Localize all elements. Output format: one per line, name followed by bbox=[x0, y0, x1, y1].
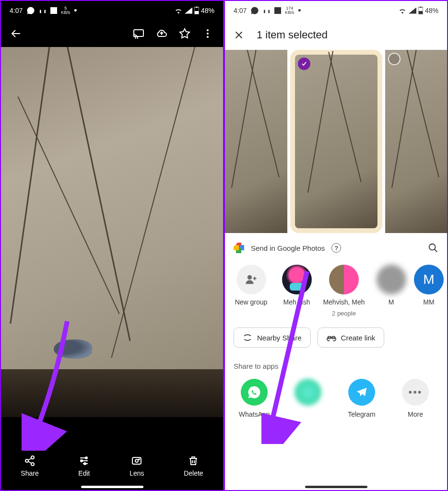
more-icon[interactable] bbox=[198, 24, 217, 43]
dot-icon: • bbox=[74, 9, 77, 12]
new-group-icon bbox=[236, 265, 266, 294]
svg-point-13 bbox=[85, 457, 87, 459]
status-bar: 4:07 5KB/s • 48% bbox=[1, 1, 223, 20]
send-in-photos-label: Send in Google Photos bbox=[251, 244, 325, 252]
unselected-check-icon[interactable] bbox=[388, 53, 401, 65]
telegram-app-icon bbox=[348, 379, 375, 406]
selected-check-icon[interactable] bbox=[298, 58, 310, 70]
whatsapp-icon bbox=[250, 6, 259, 15]
avatar bbox=[329, 265, 359, 294]
svg-point-12 bbox=[31, 463, 34, 466]
wifi-icon bbox=[174, 7, 183, 14]
status-time: 4:07 bbox=[234, 7, 247, 14]
home-indicator[interactable] bbox=[305, 486, 367, 488]
status-time: 4:07 bbox=[10, 7, 23, 14]
battery-icon bbox=[418, 7, 423, 14]
avatar bbox=[377, 265, 406, 294]
nearby-share-button[interactable]: Nearby Share bbox=[234, 327, 311, 348]
photo-top-bar bbox=[1, 20, 223, 47]
apps-row: WhatsApp Telegram ••• More bbox=[234, 379, 438, 418]
favorite-icon[interactable] bbox=[175, 24, 194, 43]
svg-rect-21 bbox=[274, 7, 281, 14]
status-bar: 4:07 174KB/s • 48% bbox=[225, 1, 447, 20]
photo-content[interactable] bbox=[1, 47, 223, 417]
avatar: M bbox=[414, 265, 444, 294]
share-chips: Nearby Share Create link bbox=[234, 322, 438, 359]
svg-point-26 bbox=[247, 275, 251, 280]
svg-point-8 bbox=[207, 33, 209, 35]
svg-rect-16 bbox=[132, 457, 141, 464]
photo-thumbnails bbox=[225, 50, 447, 233]
close-icon[interactable] bbox=[234, 30, 244, 40]
more-apps-icon: ••• bbox=[402, 379, 429, 406]
app-whatsapp[interactable]: WhatsApp bbox=[234, 379, 275, 418]
thumbnail-prev[interactable] bbox=[225, 50, 287, 233]
lens-icon bbox=[131, 455, 142, 467]
contacts-row: New group Meh vish Mehvish, Meh 2 people… bbox=[234, 253, 438, 322]
home-indicator[interactable] bbox=[81, 486, 143, 488]
svg-rect-6 bbox=[134, 30, 143, 36]
thumbnail-next[interactable] bbox=[385, 50, 447, 233]
avatar bbox=[282, 265, 312, 294]
svg-point-10 bbox=[31, 456, 34, 459]
svg-rect-24 bbox=[419, 11, 423, 14]
photo-action-bar: Share Edit Lens Delete bbox=[1, 447, 223, 485]
battery-percent: 48% bbox=[201, 7, 214, 14]
selection-header: 1 item selected bbox=[225, 20, 447, 50]
svg-rect-0 bbox=[40, 10, 41, 13]
app-more[interactable]: ••• More bbox=[395, 379, 436, 418]
lens-button[interactable]: Lens bbox=[130, 455, 144, 477]
phone-share-sheet: 4:07 174KB/s • 48% 1 item selected Sen bbox=[224, 0, 448, 491]
whatsapp-app-icon bbox=[241, 379, 268, 406]
wifi-icon bbox=[398, 7, 407, 14]
svg-point-14 bbox=[81, 460, 83, 462]
share-icon bbox=[24, 455, 35, 467]
contact-item[interactable]: M bbox=[374, 265, 409, 317]
svg-point-25 bbox=[429, 244, 436, 250]
contact-new-group[interactable]: New group bbox=[234, 265, 269, 317]
square-icon bbox=[50, 7, 57, 14]
svg-point-18 bbox=[139, 459, 140, 460]
back-button[interactable] bbox=[7, 24, 26, 43]
contact-item[interactable]: Meh vish bbox=[279, 265, 314, 317]
battery-icon bbox=[194, 7, 199, 14]
blurred-app-icon bbox=[295, 379, 321, 406]
app-blurred[interactable] bbox=[287, 379, 329, 418]
edit-button[interactable]: Edit bbox=[78, 455, 90, 477]
link-icon bbox=[327, 333, 336, 342]
nearby-icon bbox=[243, 333, 252, 342]
share-header: Send in Google Photos ? bbox=[234, 243, 438, 253]
svg-point-17 bbox=[135, 459, 138, 462]
svg-point-15 bbox=[84, 463, 86, 465]
search-icon[interactable] bbox=[428, 243, 438, 253]
whatsapp-icon bbox=[26, 6, 35, 15]
create-link-button[interactable]: Create link bbox=[318, 327, 385, 348]
help-icon[interactable]: ? bbox=[331, 243, 341, 253]
network-speed: 174KB/s bbox=[285, 6, 294, 15]
cloud-upload-icon[interactable] bbox=[152, 24, 171, 43]
contact-item[interactable]: M MM bbox=[419, 265, 438, 317]
signal-icon bbox=[185, 7, 192, 14]
share-to-apps-label: Share to apps bbox=[234, 359, 438, 379]
cast-icon[interactable] bbox=[129, 24, 148, 43]
selection-title: 1 item selected bbox=[257, 29, 328, 41]
svg-point-9 bbox=[207, 36, 209, 38]
headphones-icon bbox=[263, 7, 271, 14]
phone-photo-viewer: 4:07 5KB/s • 48% Share bbox=[0, 0, 224, 491]
app-telegram[interactable]: Telegram bbox=[341, 379, 382, 418]
svg-rect-4 bbox=[196, 7, 198, 8]
bird-in-photo bbox=[54, 339, 92, 359]
share-button[interactable]: Share bbox=[21, 455, 38, 477]
svg-rect-20 bbox=[269, 10, 270, 13]
svg-rect-5 bbox=[195, 11, 199, 14]
dot-icon: • bbox=[298, 9, 301, 12]
svg-rect-1 bbox=[45, 10, 46, 13]
thumbnail-selected[interactable] bbox=[290, 50, 382, 233]
svg-point-7 bbox=[207, 29, 209, 31]
headphones-icon bbox=[39, 7, 47, 14]
contact-item[interactable]: Mehvish, Meh 2 people bbox=[325, 265, 363, 317]
delete-button[interactable]: Delete bbox=[184, 455, 203, 477]
signal-icon bbox=[409, 7, 416, 14]
delete-icon bbox=[188, 455, 199, 467]
battery-percent: 48% bbox=[425, 7, 438, 14]
